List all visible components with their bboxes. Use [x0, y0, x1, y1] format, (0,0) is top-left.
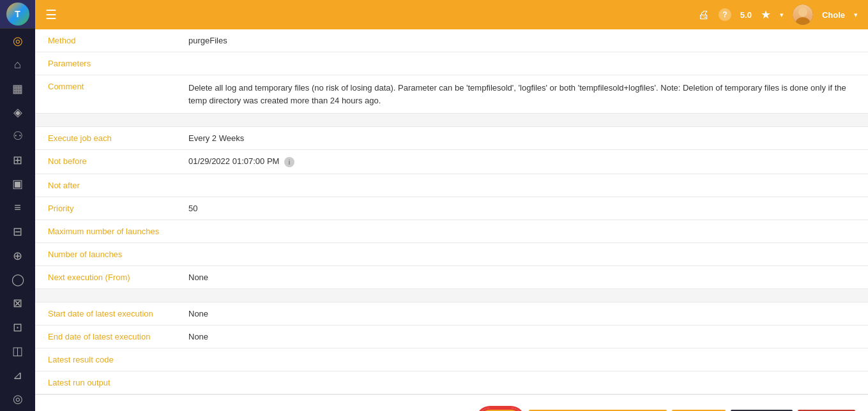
star-chevron-icon[interactable]: ▾ [780, 11, 784, 19]
sidebar-item-globe[interactable]: ◎ [0, 387, 35, 411]
avatar-image [793, 4, 813, 25]
table-row: Not before 01/29/2022 01:07:00 PM i [35, 150, 868, 174]
field-label-parameters: Parameters [35, 52, 176, 75]
sidebar-item-grid[interactable]: ▦ [0, 77, 35, 100]
section-separator [35, 114, 868, 127]
globe-icon: ◎ [13, 392, 23, 406]
field-value-run-output [176, 371, 868, 394]
sidebar-item-home[interactable]: ⌂ [0, 52, 35, 76]
calendar-icon: ⊡ [13, 320, 22, 334]
table-row: Priority 50 [35, 197, 868, 220]
sidebar-item-logo2[interactable]: ◎ [0, 29, 35, 52]
help-icon[interactable]: ? [719, 8, 731, 21]
field-value-start-date: None [176, 302, 868, 325]
table-row: Comment Delete all log and temporary fil… [35, 75, 868, 114]
field-label-start-date: Start date of latest execution [35, 302, 176, 325]
field-value-method: purgeFiles [176, 29, 868, 52]
sidebar-logo[interactable]: T [0, 0, 35, 29]
field-value-next-execution: None [176, 265, 868, 288]
edit-button[interactable]: EDIT [477, 408, 524, 411]
field-label-comment: Comment [35, 75, 176, 114]
sidebar-item-folder[interactable]: ⊠ [0, 292, 35, 315]
print-icon[interactable]: 🖨 [698, 8, 710, 22]
sidebar-item-briefcase[interactable]: ▣ [0, 172, 35, 196]
field-value-comment: Delete all log and temporary files (no r… [176, 75, 868, 114]
circle-logo-icon: ◎ [13, 34, 23, 48]
group-icon: ⚇ [13, 129, 23, 143]
shield-icon: ◈ [13, 105, 22, 119]
sidebar-item-search[interactable]: ⊕ [0, 244, 35, 267]
sidebar-item-person[interactable]: ◯ [0, 267, 35, 291]
top-header: ☰ 🖨 ? 5.0 ★ ▾ Chole ▾ [35, 0, 868, 29]
table-row: Next execution (From) None [35, 265, 868, 288]
field-value-num-launches [176, 243, 868, 265]
sidebar-item-pipeline[interactable]: ⊞ [0, 148, 35, 172]
table-row: End date of latest execution None [35, 325, 868, 348]
star-icon[interactable]: ★ [761, 8, 771, 22]
logo-circle: T [6, 3, 29, 26]
field-value-result-code [176, 348, 868, 371]
field-value-parameters [176, 52, 868, 75]
sidebar-item-group[interactable]: ⚇ [0, 124, 35, 148]
grid-icon: ▦ [12, 82, 23, 96]
field-label-run-output: Latest run output [35, 371, 176, 394]
table-row: Latest result code [35, 348, 868, 371]
field-value-not-before: 01/29/2022 01:07:00 PM i [176, 150, 868, 174]
sidebar-item-shield[interactable]: ◈ [0, 100, 35, 124]
field-value-not-after [176, 174, 868, 197]
field-value-priority: 50 [176, 197, 868, 220]
svg-point-1 [796, 17, 810, 25]
book-icon: ◫ [12, 344, 23, 358]
field-label-method: Method [35, 29, 176, 52]
briefcase-icon: ▣ [12, 177, 23, 191]
section-separator-2 [35, 288, 868, 302]
sidebar: T ◎ ⌂ ▦ ◈ ⚇ ⊞ ▣ ≡ ⊟ ⊕ ◯ ⊠ ⊡ ◫ ⊿ ◎ [0, 0, 35, 411]
field-value-end-date: None [176, 325, 868, 348]
field-label-max-launches: Maximum number of launches [35, 220, 176, 243]
username-label[interactable]: Chole [822, 10, 845, 20]
layers-icon: ≡ [14, 201, 21, 214]
field-value-execute-job-each: Every 2 Weeks [176, 127, 868, 150]
folder-icon: ⊠ [13, 296, 22, 310]
field-label-num-launches: Number of launches [35, 243, 176, 265]
table-row: Method purgeFiles [35, 29, 868, 52]
table-row: Not after [35, 174, 868, 197]
sidebar-item-book[interactable]: ◫ [0, 340, 35, 363]
field-label-not-after: Not after [35, 174, 176, 197]
sidebar-item-calendar[interactable]: ⊡ [0, 315, 35, 339]
person-icon: ◯ [11, 273, 24, 287]
not-before-value: 01/29/2022 01:07:00 PM [188, 156, 279, 166]
field-label-end-date: End date of latest execution [35, 325, 176, 348]
user-chevron-icon[interactable]: ▾ [854, 11, 858, 19]
field-label-not-before: Not before [35, 150, 176, 174]
actions-area: EDIT LAUNCH SCHEDULED JOB CLONE DISABLE … [35, 394, 868, 411]
table-row: Execute job each Every 2 Weeks [35, 127, 868, 150]
field-value-max-launches [176, 220, 868, 243]
field-label-priority: Priority [35, 197, 176, 220]
avatar [793, 4, 813, 25]
version-label: 5.0 [740, 10, 752, 20]
search-icon: ⊕ [13, 249, 22, 263]
field-label-next-execution: Next execution (From) [35, 265, 176, 288]
detail-table: Method purgeFiles Parameters Comment Del… [35, 29, 868, 394]
tool-icon: ⊿ [13, 368, 22, 382]
home-icon: ⌂ [14, 58, 21, 71]
table-row: Number of launches [35, 243, 868, 265]
content-area: Method purgeFiles Parameters Comment Del… [35, 29, 868, 411]
table-row: Maximum number of launches [35, 220, 868, 243]
bank-icon: ⊟ [13, 225, 22, 239]
sidebar-item-tool[interactable]: ⊿ [0, 363, 35, 387]
pipeline-icon: ⊞ [13, 153, 22, 167]
svg-point-0 [798, 8, 807, 17]
table-row: Parameters [35, 52, 868, 75]
field-label-result-code: Latest result code [35, 348, 176, 371]
main-wrapper: ☰ 🖨 ? 5.0 ★ ▾ Chole ▾ [35, 0, 868, 411]
sidebar-item-bank[interactable]: ⊟ [0, 220, 35, 243]
hamburger-button[interactable]: ☰ [45, 7, 57, 22]
table-row: Start date of latest execution None [35, 302, 868, 325]
info-icon[interactable]: i [284, 157, 294, 167]
field-label-execute-job-each: Execute job each [35, 127, 176, 150]
table-row: Latest run output [35, 371, 868, 394]
sidebar-item-layers[interactable]: ≡ [0, 196, 35, 220]
header-right: 🖨 ? 5.0 ★ ▾ Chole ▾ [698, 4, 858, 25]
